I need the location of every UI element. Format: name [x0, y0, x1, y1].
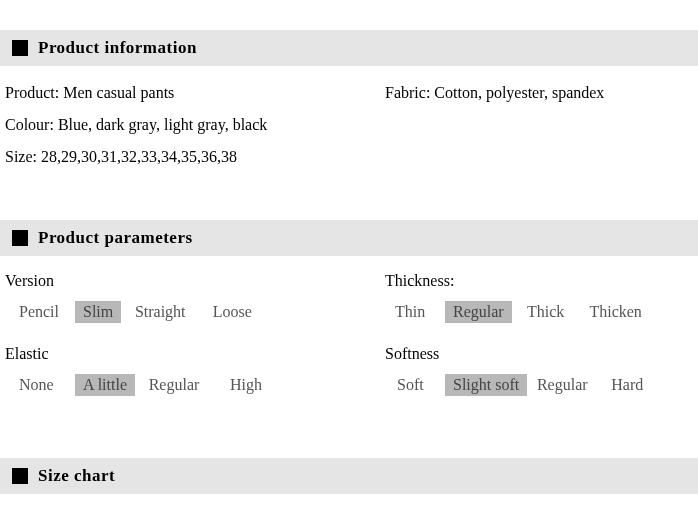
- option-loose: Loose: [199, 301, 265, 323]
- elastic-options: None A little Regular High: [5, 374, 385, 396]
- product-params-section: Version Pencil Slim Straight Loose Thick…: [0, 256, 698, 428]
- info-row: Size: 28,29,30,31,32,33,34,35,36,38: [5, 148, 693, 166]
- info-full: Size: 28,29,30,31,32,33,34,35,36,38: [5, 148, 693, 166]
- option-pencil: Pencil: [5, 301, 75, 323]
- info-left: Product: Men casual pants: [5, 84, 385, 102]
- fabric-text: Fabric: Cotton, polyester, spandex: [385, 84, 604, 101]
- bullet-icon: [12, 468, 28, 484]
- product-label: Product:: [5, 84, 59, 101]
- option-thicken: Thicken: [580, 301, 652, 323]
- softness-label: Softness: [385, 345, 693, 363]
- bullet-icon: [12, 230, 28, 246]
- product-info-section: Product: Men casual pants Fabric: Cotton…: [0, 66, 698, 190]
- option-thin: Thin: [385, 301, 445, 323]
- thickness-label: Thickness:: [385, 272, 693, 290]
- info-row: Product: Men casual pants Fabric: Cotton…: [5, 84, 693, 102]
- param-row: Elastic None A little Regular High Softn…: [5, 345, 693, 396]
- product-value: Men casual pants: [63, 84, 174, 101]
- param-thickness: Thickness: Thin Regular Thick Thicken: [385, 272, 693, 323]
- option-regular: Regular: [445, 301, 512, 323]
- product-info-title: Product information: [38, 38, 197, 58]
- version-label: Version: [5, 272, 385, 290]
- option-slight-soft: Slight soft: [445, 374, 527, 396]
- info-full: Colour: Blue, dark gray, light gray, bla…: [5, 116, 693, 134]
- param-elastic: Elastic None A little Regular High: [5, 345, 385, 396]
- colour-text: Colour: Blue, dark gray, light gray, bla…: [5, 116, 267, 133]
- colour-value: Blue, dark gray, light gray, black: [58, 116, 267, 133]
- thickness-options: Thin Regular Thick Thicken: [385, 301, 693, 323]
- size-chart-header: Size chart: [0, 458, 698, 494]
- fabric-value: Cotton, polyester, spandex: [434, 84, 604, 101]
- bullet-icon: [12, 40, 28, 56]
- info-row: Colour: Blue, dark gray, light gray, bla…: [5, 116, 693, 134]
- product-params-title: Product parameters: [38, 228, 193, 248]
- version-options: Pencil Slim Straight Loose: [5, 301, 385, 323]
- option-soft: Soft: [385, 374, 445, 396]
- size-label: Size:: [5, 148, 37, 165]
- product-params-header: Product parameters: [0, 220, 698, 256]
- elastic-label: Elastic: [5, 345, 385, 363]
- softness-options: Soft Slight soft Regular Hard: [385, 374, 693, 396]
- option-a-little: A little: [75, 374, 135, 396]
- option-regular-elastic: Regular: [135, 374, 213, 396]
- option-slim: Slim: [75, 301, 121, 323]
- size-value: 28,29,30,31,32,33,34,35,36,38: [41, 148, 237, 165]
- option-thick: Thick: [512, 301, 580, 323]
- product-info-header: Product information: [0, 30, 698, 66]
- colour-label: Colour:: [5, 116, 54, 133]
- option-straight: Straight: [121, 301, 199, 323]
- param-row: Version Pencil Slim Straight Loose Thick…: [5, 272, 693, 323]
- param-softness: Softness Soft Slight soft Regular Hard: [385, 345, 693, 396]
- option-none: None: [5, 374, 75, 396]
- size-text: Size: 28,29,30,31,32,33,34,35,36,38: [5, 148, 237, 165]
- size-chart-title: Size chart: [38, 466, 115, 486]
- option-regular-soft: Regular: [527, 374, 597, 396]
- fabric-label: Fabric:: [385, 84, 430, 101]
- product-text: Product: Men casual pants: [5, 84, 174, 101]
- option-hard: Hard: [597, 374, 657, 396]
- info-right: Fabric: Cotton, polyester, spandex: [385, 84, 693, 102]
- option-high: High: [213, 374, 279, 396]
- param-version: Version Pencil Slim Straight Loose: [5, 272, 385, 323]
